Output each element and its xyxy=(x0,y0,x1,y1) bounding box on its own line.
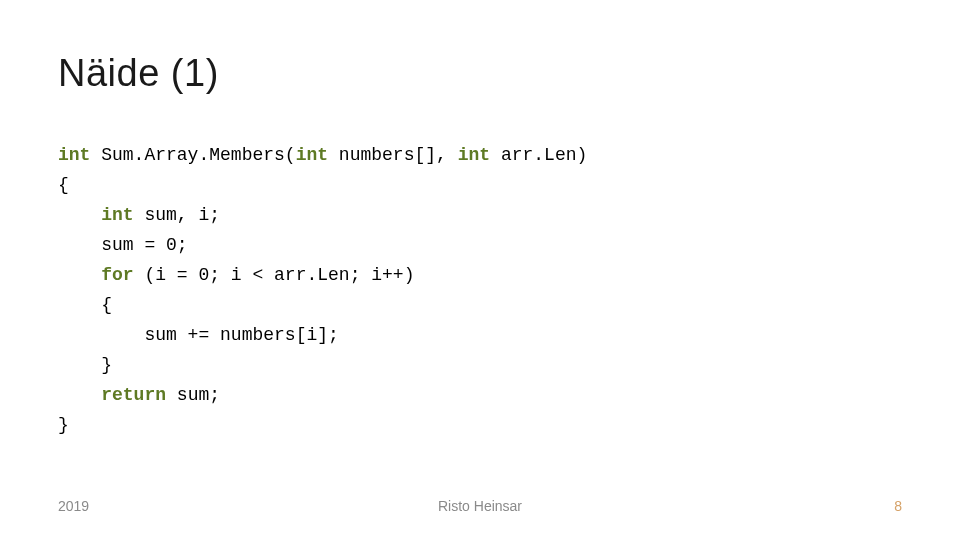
keyword-return: return xyxy=(101,385,166,405)
keyword-int: int xyxy=(458,145,490,165)
code-indent xyxy=(58,385,101,405)
code-text: (i = 0; i < arr.Len; i++) xyxy=(134,265,415,285)
code-text: Sum.Array.Members( xyxy=(90,145,295,165)
code-indent xyxy=(58,265,101,285)
footer-page-number: 8 xyxy=(894,498,902,514)
keyword-for: for xyxy=(101,265,133,285)
code-indent xyxy=(58,205,101,225)
code-text: sum = 0; xyxy=(58,235,188,255)
keyword-int: int xyxy=(296,145,328,165)
footer-author: Risto Heinsar xyxy=(0,498,960,514)
code-text: arr.Len) xyxy=(490,145,587,165)
code-text: numbers[], xyxy=(328,145,458,165)
keyword-int: int xyxy=(58,145,90,165)
code-block: int Sum.Array.Members(int numbers[], int… xyxy=(58,140,587,440)
slide-title: Näide (1) xyxy=(58,52,219,95)
code-text: } xyxy=(58,355,112,375)
slide: Näide (1) int Sum.Array.Members(int numb… xyxy=(0,0,960,540)
code-text: } xyxy=(58,415,69,435)
code-text: { xyxy=(58,295,112,315)
code-text: sum; xyxy=(166,385,220,405)
code-text: sum += numbers[i]; xyxy=(58,325,339,345)
code-text: { xyxy=(58,175,69,195)
keyword-int: int xyxy=(101,205,133,225)
code-text: sum, i; xyxy=(134,205,220,225)
